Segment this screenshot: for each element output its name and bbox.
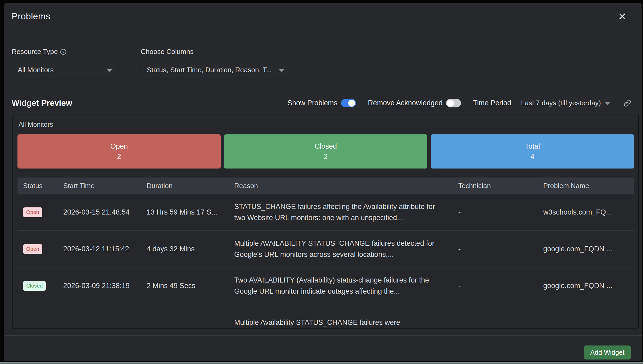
card-count: 2 <box>324 153 328 161</box>
status-badge: Open <box>23 207 42 217</box>
technician-cell: - <box>458 282 543 290</box>
problems-modal: Problems Resource Type i All Monitors <box>4 3 642 361</box>
chevron-down-icon <box>605 102 610 105</box>
show-problems-toggle[interactable] <box>341 99 356 107</box>
choose-columns-label: Choose Columns <box>141 48 289 56</box>
widget-preview-panel: All Monitors Open 2 Closed 2 Total 4 Sta… <box>12 115 639 329</box>
time-period-value: Last 7 days (till yesterday) <box>521 99 601 107</box>
reason-cell: Multiple Availability STATUS_CHANGE fail… <box>234 317 449 328</box>
preview-header-row: Widget Preview Show Problems Remove Ackn… <box>12 95 634 111</box>
col-duration: Duration <box>147 182 234 190</box>
close-button[interactable] <box>617 11 628 22</box>
duration-cell: 13 Hrs 59 Mins 17 S... <box>147 208 234 216</box>
modal-footer: Add Widget <box>584 345 631 360</box>
choose-columns-value: Status, Start Time, Duration, Reason, T.… <box>147 66 272 74</box>
resource-type-select[interactable]: All Monitors <box>12 62 117 78</box>
divider <box>467 98 467 109</box>
technician-cell: - <box>458 245 543 253</box>
resource-type-value: All Monitors <box>18 66 54 74</box>
show-problems-group: Show Problems <box>287 99 356 107</box>
status-badge: Closed <box>23 281 46 291</box>
technician-cell: - <box>458 208 543 216</box>
start-time-cell: 2026-03-15 21:48:54 <box>63 208 147 216</box>
add-widget-button[interactable]: Add Widget <box>584 345 631 360</box>
reason-cell: Two AVAILABILITY (Availability) status-c… <box>234 275 449 297</box>
card-label: Closed <box>315 142 337 151</box>
col-start-time: Start Time <box>63 182 147 190</box>
modal-header: Problems <box>4 3 642 30</box>
table-row[interactable]: Open 2026-03-15 21:48:54 13 Hrs 59 Mins … <box>17 194 634 231</box>
card-label: Total <box>525 142 540 151</box>
start-time-cell: 2026-03-09 21:38:19 <box>63 282 147 290</box>
status-badge: Open <box>23 244 42 254</box>
table-body: Open 2026-03-15 21:48:54 13 Hrs 59 Mins … <box>17 194 634 329</box>
preview-controls: Show Problems Remove Acknowledged Time P… <box>287 95 634 111</box>
col-reason: Reason <box>234 182 458 190</box>
info-icon[interactable]: i <box>60 49 66 55</box>
remove-acknowledged-group: Remove Acknowledged <box>368 99 461 107</box>
chevron-down-icon <box>279 69 284 72</box>
link-icon <box>624 99 631 107</box>
open-summary-card[interactable]: Open 2 <box>17 134 221 169</box>
start-time-cell: 2026-03-12 11:15:42 <box>63 245 147 253</box>
resource-type-group: Resource Type i All Monitors <box>12 48 117 78</box>
choose-columns-label-text: Choose Columns <box>141 48 193 56</box>
time-period-label: Time Period <box>473 99 511 107</box>
remove-acknowledged-toggle[interactable] <box>446 99 461 107</box>
col-problem-name: Problem Name <box>543 182 634 190</box>
total-summary-card[interactable]: Total 4 <box>431 134 634 169</box>
page-bottom-edge <box>0 362 643 364</box>
toggle-knob <box>348 100 355 107</box>
card-count: 4 <box>530 153 534 161</box>
choose-columns-group: Choose Columns Status, Start Time, Durat… <box>141 48 289 78</box>
card-count: 2 <box>117 153 121 161</box>
toggle-knob <box>447 100 454 107</box>
table-row[interactable]: Multiple Availability STATUS_CHANGE fail… <box>17 304 634 329</box>
summary-cards: Open 2 Closed 2 Total 4 <box>17 134 634 169</box>
show-problems-label: Show Problems <box>287 99 337 107</box>
widget-preview-heading: Widget Preview <box>12 98 72 108</box>
modal-title: Problems <box>12 11 50 21</box>
remove-acknowledged-label: Remove Acknowledged <box>368 99 442 107</box>
table-header: Status Start Time Duration Reason Techni… <box>17 178 634 194</box>
problem-name-cell: google.com_FQDN ... <box>543 282 634 290</box>
close-icon <box>618 12 626 20</box>
choose-columns-select[interactable]: Status, Start Time, Duration, Reason, T.… <box>141 62 289 78</box>
col-status: Status <box>23 182 63 190</box>
problem-name-cell: w3schools.com_FQ... <box>543 208 634 216</box>
card-label: Open <box>110 142 128 151</box>
resource-type-label: Resource Type i <box>12 48 117 56</box>
problem-name-cell: google.com_FQDN ... <box>543 245 634 253</box>
resource-type-label-text: Resource Type <box>12 48 58 56</box>
table-row[interactable]: Open 2026-03-12 11:15:42 4 days 32 Mins … <box>17 231 634 267</box>
footer-divider <box>4 335 642 336</box>
filters-row: Resource Type i All Monitors Choose Colu… <box>12 48 634 78</box>
reason-cell: Multiple AVAILABILITY STATUS_CHANGE fail… <box>234 238 449 260</box>
chevron-down-icon <box>107 69 112 72</box>
widget-title: All Monitors <box>17 121 634 128</box>
duration-cell: 2 Mins 49 Secs <box>147 282 234 290</box>
time-period-select[interactable]: Last 7 days (till yesterday) <box>515 95 615 111</box>
reason-cell: STATUS_CHANGE failures affecting the Ava… <box>234 201 449 223</box>
divider <box>362 98 362 109</box>
table-row[interactable]: Closed 2026-03-09 21:38:19 2 Mins 49 Sec… <box>17 267 634 304</box>
time-period-group: Time Period Last 7 days (till yesterday) <box>473 95 615 111</box>
duration-cell: 4 days 32 Mins <box>147 245 234 253</box>
col-technician: Technician <box>458 182 543 190</box>
closed-summary-card[interactable]: Closed 2 <box>224 134 427 169</box>
link-button[interactable] <box>621 95 634 111</box>
